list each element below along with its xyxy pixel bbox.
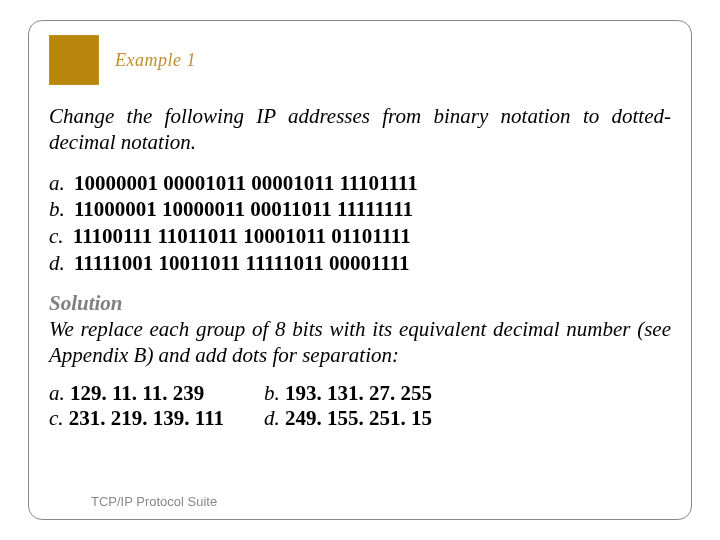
answer-b-value: 193. 131. 27. 255: [285, 381, 432, 405]
answer-a-label: a.: [49, 381, 65, 405]
answer-d-value: 249. 155. 251. 15: [285, 406, 432, 430]
option-d-value: 11111001 10011011 11111011 00001111: [74, 251, 410, 275]
solution-heading: Solution: [49, 291, 671, 316]
example-title: Example 1: [115, 50, 196, 71]
answers-block: a. 129. 11. 11. 239 c. 231. 219. 139. 11…: [49, 381, 671, 431]
answers-col-left: a. 129. 11. 11. 239 c. 231. 219. 139. 11…: [49, 381, 224, 431]
option-c-label: c.: [49, 224, 64, 248]
answer-d-label: d.: [264, 406, 280, 430]
header-row: Example 1: [49, 35, 671, 85]
question-text: Change the following IP addresses from b…: [49, 103, 671, 156]
answer-d: d. 249. 155. 251. 15: [264, 406, 432, 431]
option-d-label: d.: [49, 251, 65, 275]
option-c: c. 11100111 11011011 10001011 01101111: [49, 223, 671, 250]
option-d: d. 11111001 10011011 11111011 00001111: [49, 250, 671, 277]
answer-c-label: c.: [49, 406, 64, 430]
slide: Example 1 Change the following IP addres…: [0, 0, 720, 540]
option-a-value: 10000001 00001011 00001011 11101111: [74, 171, 418, 195]
answer-c-value: 231. 219. 139. 111: [69, 406, 224, 430]
option-b-value: 11000001 10000011 00011011 11111111: [74, 197, 413, 221]
solution-text: We replace each group of 8 bits with its…: [49, 316, 671, 369]
option-c-value: 11100111 11011011 10001011 01101111: [73, 224, 411, 248]
answer-a-value: 129. 11. 11. 239: [70, 381, 204, 405]
answer-b-label: b.: [264, 381, 280, 405]
option-a-label: a.: [49, 171, 65, 195]
answers-col-right: b. 193. 131. 27. 255 d. 249. 155. 251. 1…: [264, 381, 432, 431]
accent-box-icon: [49, 35, 99, 85]
answer-a: a. 129. 11. 11. 239: [49, 381, 224, 406]
option-b: b. 11000001 10000011 00011011 11111111: [49, 196, 671, 223]
answer-c: c. 231. 219. 139. 111: [49, 406, 224, 431]
answer-b: b. 193. 131. 27. 255: [264, 381, 432, 406]
footer-text: TCP/IP Protocol Suite: [91, 494, 217, 509]
option-a: a. 10000001 00001011 00001011 11101111: [49, 170, 671, 197]
binary-options: a. 10000001 00001011 00001011 11101111 b…: [49, 170, 671, 278]
content-frame: Example 1 Change the following IP addres…: [28, 20, 692, 520]
option-b-label: b.: [49, 197, 65, 221]
